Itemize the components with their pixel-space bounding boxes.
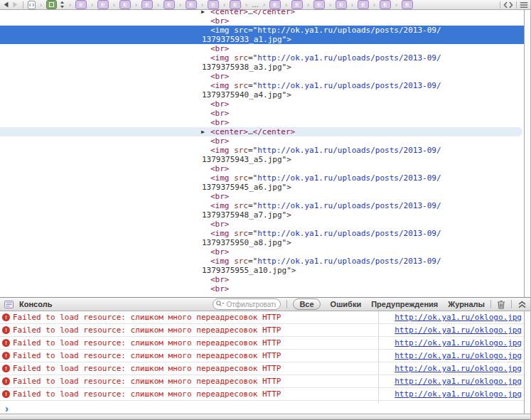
dom-row-br[interactable]: <br> — [0, 109, 524, 118]
error-location-cell: http://ok.ya1.ru/oklogo.jpg — [378, 311, 524, 323]
breadcrumb-separator: › — [263, 1, 265, 9]
collapsed-content-ellipsis: … — [248, 127, 253, 136]
sibling-stepper-icon[interactable] — [60, 1, 65, 9]
breadcrumb-separator: › — [113, 1, 115, 9]
dom-row-img[interactable]: <img src="http://ok.ya1.ru/uploads/posts… — [0, 146, 524, 164]
img-tag-line1: <img src="http://ok.ya1.ru/uploads/posts… — [210, 201, 524, 210]
dom-tree-panel[interactable]: ▶<center>…</center><br><img src="http://… — [0, 10, 524, 297]
dom-row-br[interactable]: <br> — [0, 164, 524, 173]
dom-row-br[interactable]: <br> — [0, 136, 524, 146]
breadcrumb-element[interactable]: E — [291, 0, 303, 9]
disclosure-triangle-icon[interactable]: ▶ — [201, 129, 205, 135]
center-close-tag: </center> — [253, 10, 296, 16]
img-tag-line2: 1379375948_a7.jpg"> — [202, 210, 524, 220]
dom-row-img[interactable]: <img src="http://ok.ya1.ru/uploads/posts… — [0, 26, 524, 44]
img-src-url[interactable]: http://ok.ya1.ru/uploads/posts/2013-09/ — [257, 201, 441, 210]
dom-row-br[interactable]: <br> — [0, 118, 524, 127]
breadcrumb-element[interactable]: E — [163, 0, 175, 9]
breadcrumb-element[interactable]: E — [402, 0, 413, 9]
back-button[interactable] — [3, 1, 9, 8]
console-scope-all[interactable]: Все — [293, 298, 320, 310]
console-drawer-button[interactable] — [520, 1, 528, 9]
img-src-url[interactable]: http://ok.ya1.ru/uploads/posts/2013-09/ — [257, 146, 441, 155]
dom-row-img[interactable]: <img src="http://ok.ya1.ru/uploads/posts… — [0, 257, 524, 275]
dom-row-br[interactable]: <br> — [0, 284, 524, 294]
document-node-icon[interactable] — [28, 1, 36, 9]
breadcrumb-element[interactable]: E — [380, 0, 391, 9]
error-icon: ! — [2, 365, 10, 372]
forward-button[interactable] — [12, 1, 18, 8]
dom-row-center[interactable]: ▶<center>…</center> — [0, 10, 524, 16]
dom-row-br[interactable]: <br> — [0, 44, 524, 53]
console-scope-ошибки[interactable]: Ошибки — [331, 299, 362, 309]
dom-row-br[interactable]: <br> — [0, 16, 524, 26]
trash-icon — [497, 300, 505, 309]
breadcrumb-element[interactable]: E — [313, 0, 325, 9]
dom-row-br[interactable]: <br> — [0, 220, 524, 229]
breadcrumb-element[interactable]: E — [358, 0, 369, 9]
error-location-link[interactable]: http://ok.ya1.ru/oklogo.jpg — [395, 338, 522, 348]
console-scope-журналы[interactable]: Журналы — [448, 299, 485, 309]
error-location-link[interactable]: http://ok.ya1.ru/oklogo.jpg — [395, 389, 522, 399]
breadcrumb-element[interactable]: E — [119, 0, 131, 9]
breadcrumb-element[interactable]: E — [141, 0, 153, 9]
img-tag-line2: 1379375945_a6.jpg"> — [202, 183, 524, 192]
dom-row-br[interactable]: <br> — [0, 99, 524, 109]
dom-row-br[interactable]: <br> — [0, 192, 524, 201]
error-location-link[interactable]: http://ok.ya1.ru/oklogo.jpg — [395, 313, 522, 322]
dom-row-img[interactable]: <img src="http://ok.ya1.ru/uploads/posts… — [0, 81, 524, 99]
console-prompt[interactable]: › — [0, 403, 524, 414]
breadcrumb-element[interactable]: E — [208, 0, 219, 9]
collapsed-content-ellipsis: … — [248, 10, 253, 16]
breadcrumb-element[interactable]: E — [75, 0, 87, 9]
breadcrumb-element[interactable]: E — [269, 0, 281, 9]
breadcrumb-element[interactable]: E — [230, 0, 241, 9]
error-message: Failed to load resource: слишком много п… — [13, 351, 378, 360]
dom-row-img[interactable]: <img src="http://ok.ya1.ru/uploads/posts… — [0, 201, 524, 220]
img-src-url[interactable]: http://ok.ya1.ru/uploads/posts/2013-09/ — [257, 53, 441, 63]
img-open-tag: <img — [210, 146, 234, 155]
img-src-url[interactable]: http://ok.ya1.ru/uploads/posts/2013-09/ — [257, 26, 441, 35]
attr-close-quote: "> — [286, 266, 296, 275]
img-src-filename: 1379375943_a5.jpg — [202, 155, 282, 164]
dom-row-br[interactable]: <br> — [0, 72, 524, 81]
breadcrumb-separator: › — [179, 1, 181, 9]
attr-close-quote: "> — [282, 238, 291, 247]
console-scope-предупреждения[interactable]: Предупреждения — [371, 299, 438, 309]
html-element-icon[interactable] — [46, 0, 57, 9]
show-source-button[interactable] — [503, 1, 513, 9]
dom-row-img[interactable]: <img src="http://ok.ya1.ru/uploads/posts… — [0, 53, 524, 72]
img-src-url[interactable]: http://ok.ya1.ru/uploads/posts/2013-09/ — [257, 173, 441, 183]
breadcrumb-ellipsis[interactable]: … — [252, 2, 259, 8]
attr-close-quote: "> — [282, 63, 291, 72]
error-location-link[interactable]: http://ok.ya1.ru/oklogo.jpg — [395, 325, 522, 335]
console-scope-bar: ВсеОшибкиПредупрежденияЖурналы — [293, 298, 485, 310]
disclosure-triangle-icon[interactable]: ▶ — [201, 10, 205, 15]
img-src-filename: 1379375955_a10.jpg — [202, 266, 286, 275]
src-attribute-name: src — [234, 173, 248, 183]
img-src-url[interactable]: http://ok.ya1.ru/uploads/posts/2013-09/ — [257, 229, 441, 238]
error-location-link[interactable]: http://ok.ya1.ru/oklogo.jpg — [395, 351, 522, 360]
img-src-url[interactable]: http://ok.ya1.ru/uploads/posts/2013-09/ — [257, 257, 441, 266]
breadcrumb-element[interactable]: E — [186, 0, 197, 9]
dom-row-br[interactable]: <br> — [0, 247, 524, 257]
breadcrumb-element[interactable]: E — [336, 0, 347, 9]
dom-row-img[interactable]: <img src="http://ok.ya1.ru/uploads/posts… — [0, 229, 524, 247]
toolbar-divider — [490, 300, 491, 308]
horizontal-scrollbar-track[interactable] — [0, 414, 531, 420]
forward-arrow-icon — [12, 1, 18, 8]
expand-console-button[interactable] — [517, 301, 527, 308]
breadcrumb-element[interactable]: E — [97, 0, 109, 9]
img-open-tag: <img — [210, 26, 234, 35]
clear-console-button[interactable] — [497, 300, 505, 309]
attr-close-quote: "> — [282, 183, 291, 192]
dom-row-img[interactable]: <img src="http://ok.ya1.ru/uploads/posts… — [0, 173, 524, 192]
attr-equals: =" — [248, 229, 257, 238]
dom-row-center[interactable]: ▶<center>…</center> — [0, 127, 522, 136]
dom-row-br[interactable]: <br> — [0, 275, 524, 284]
error-location-link[interactable]: http://ok.ya1.ru/oklogo.jpg — [395, 377, 522, 386]
console-error-row: !Failed to load resource: слишком много … — [0, 311, 524, 324]
code-brackets-icon — [503, 1, 513, 9]
error-location-link[interactable]: http://ok.ya1.ru/oklogo.jpg — [395, 364, 522, 373]
img-src-url[interactable]: http://ok.ya1.ru/uploads/posts/2013-09/ — [257, 81, 441, 90]
